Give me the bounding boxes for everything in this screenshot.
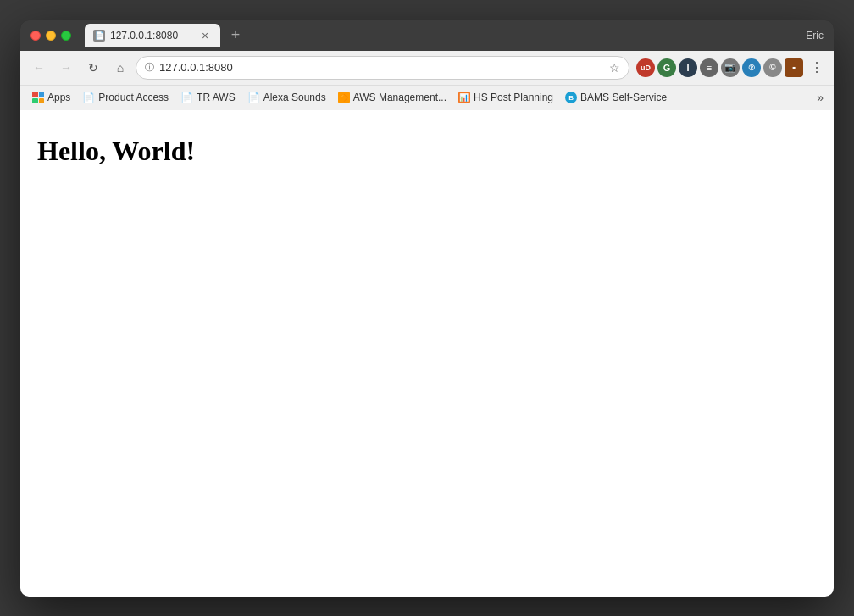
address-bar-container[interactable]: ⓘ ☆ [136, 56, 629, 80]
bookmark-tr-aws-label: TR AWS [197, 92, 236, 103]
bookmark-aws-management[interactable]: 🔶 AWS Management... [333, 90, 452, 105]
tab-bar: 📄 127.0.0.1:8080 × + [85, 24, 799, 47]
bookmark-tr-aws[interactable]: 📄 TR AWS [175, 90, 241, 105]
tab-close-button[interactable]: × [198, 29, 212, 42]
bookmarks-more-button[interactable]: » [813, 89, 827, 106]
bookmark-hs-post-planning[interactable]: 📊 HS Post Planning [453, 90, 558, 105]
minimize-button[interactable] [46, 31, 56, 41]
bookmark-apps-label: Apps [47, 92, 70, 103]
bookmark-aws-management-label: AWS Management... [353, 92, 446, 103]
maximize-button[interactable] [61, 31, 71, 41]
secure-info-icon: ⓘ [145, 61, 154, 74]
bookmark-hs-post-planning-label: HS Post Planning [474, 92, 553, 103]
refresh-icon: ↻ [88, 61, 98, 75]
refresh-button[interactable]: ↻ [81, 56, 105, 80]
title-bar: 📄 127.0.0.1:8080 × + Eric [20, 20, 834, 51]
bookmark-doc-icon: 📄 [82, 92, 95, 103]
ublock-extension-icon[interactable]: uD [636, 58, 655, 77]
bookmark-bams-self-service-label: BAMS Self-Service [580, 92, 667, 103]
sq-extension-icon[interactable]: ▪ [785, 58, 803, 77]
tab-favicon: 📄 [93, 30, 105, 42]
bookmarks-bar: Apps 📄 Product Access 📄 TR AWS 📄 Alexa S… [20, 85, 834, 110]
bookmark-doc-icon: 📄 [247, 92, 260, 103]
bookmark-doc-icon: 📄 [180, 92, 193, 103]
active-tab[interactable]: 📄 127.0.0.1:8080 × [85, 24, 220, 47]
camera-extension-icon[interactable]: 📷 [721, 58, 740, 77]
bookmark-apps[interactable]: Apps [27, 90, 75, 105]
tab-title: 127.0.0.1:8080 [110, 30, 193, 42]
address-input[interactable] [159, 61, 604, 74]
page-content: Hello, World! [20, 110, 834, 597]
traffic-lights [30, 31, 71, 41]
menu-icon: ⋮ [810, 59, 824, 75]
page-heading: Hello, World! [37, 136, 817, 167]
bookmark-product-access[interactable]: 📄 Product Access [77, 90, 174, 105]
browser-window: 📄 127.0.0.1:8080 × + Eric ← → ↻ ⌂ ⓘ ☆ uD [20, 20, 834, 597]
hs-icon: 📊 [458, 92, 470, 103]
nav-bar: ← → ↻ ⌂ ⓘ ☆ uD G I ≡ 📷 ② © ▪ ⋮ [20, 51, 834, 85]
new-tab-button[interactable]: + [224, 24, 247, 47]
aws-icon: 🔶 [338, 92, 350, 103]
forward-button[interactable]: → [54, 56, 78, 80]
browser-menu-button[interactable]: ⋮ [807, 58, 827, 78]
user-label: Eric [806, 30, 824, 42]
bams-icon: B [565, 92, 577, 103]
c-extension-icon[interactable]: © [763, 58, 782, 77]
bookmark-star-icon[interactable]: ☆ [609, 61, 620, 75]
back-button[interactable]: ← [27, 56, 51, 80]
bookmark-bams-self-service[interactable]: B BAMS Self-Service [560, 90, 672, 105]
apps-grid-icon [32, 92, 44, 103]
i-extension-icon[interactable]: I [679, 58, 697, 77]
bookmark-alexa-sounds-label: Alexa Sounds [263, 92, 326, 103]
bookmark-alexa-sounds[interactable]: 📄 Alexa Sounds [242, 90, 331, 105]
close-button[interactable] [30, 31, 41, 41]
s-extension-icon[interactable]: ≡ [700, 58, 718, 77]
b2-extension-icon[interactable]: ② [742, 58, 761, 77]
home-button[interactable]: ⌂ [108, 56, 132, 80]
bookmark-product-access-label: Product Access [98, 92, 169, 103]
back-icon: ← [33, 61, 45, 75]
g-extension-icon[interactable]: G [657, 58, 676, 77]
extensions-area: uD G I ≡ 📷 ② © ▪ [636, 58, 803, 77]
forward-icon: → [60, 61, 72, 75]
home-icon: ⌂ [117, 61, 124, 75]
